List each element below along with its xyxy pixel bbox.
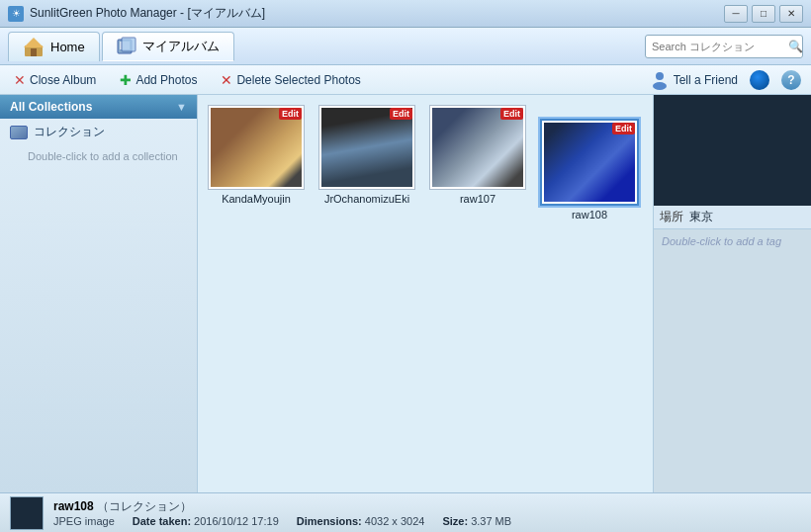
content-area: Edit KandaMyoujin Edit JrOchanomizuEki E… xyxy=(198,95,653,492)
all-collections-label: All Collections xyxy=(10,100,92,114)
sidebar-section-header: All Collections ▼ xyxy=(0,95,197,119)
main-area: All Collections ▼ コレクション Double-click to… xyxy=(0,95,811,492)
titlebar: ☀ SunlitGreen Photo Manager - [マイアルバム] ─… xyxy=(0,0,811,28)
photo-thumb-raw108[interactable]: Edit xyxy=(540,119,639,206)
photo-thumb-kanda[interactable]: Edit xyxy=(208,105,305,190)
app-icon: ☀ xyxy=(8,6,24,22)
photo-item-raw107[interactable]: Edit raw107 xyxy=(429,105,526,221)
collection-icon xyxy=(10,126,28,139)
album-icon xyxy=(117,37,136,56)
status-thumbnail xyxy=(10,496,44,530)
sidebar-item-collection[interactable]: コレクション xyxy=(0,119,197,145)
photo-thumb-jr[interactable]: Edit xyxy=(318,105,415,190)
minimize-button[interactable]: ─ xyxy=(724,5,748,23)
status-filetype: JPEG image xyxy=(53,515,115,527)
tag-row: 場所 東京 xyxy=(654,206,811,229)
maximize-button[interactable]: □ xyxy=(752,5,775,23)
photo-item-jr[interactable]: Edit JrOchanomizuEki xyxy=(318,105,415,221)
svg-marker-1 xyxy=(24,38,44,47)
photo-label-raw107: raw107 xyxy=(460,193,496,205)
tab-home-label: Home xyxy=(50,40,85,54)
sidebar-arrow-icon: ▼ xyxy=(176,101,187,113)
close-button[interactable]: ✕ xyxy=(779,5,803,23)
tab-album-label: マイアルバム xyxy=(142,38,220,55)
status-size: Size: 3.37 MB xyxy=(442,515,511,527)
status-dimensions: Dimensions: 4032 x 3024 xyxy=(297,515,425,527)
delete-photos-label: Delete Selected Photos xyxy=(236,73,360,87)
home-icon xyxy=(23,36,45,57)
globe-button[interactable] xyxy=(750,70,769,90)
delete-photos-button[interactable]: ✕ Delete Selected Photos xyxy=(217,70,364,90)
edit-badge-jr: Edit xyxy=(390,108,412,120)
window-title: SunlitGreen Photo Manager - [マイアルバム] xyxy=(30,5,724,22)
status-info: raw108 （コレクション） JPEG image Date taken: 2… xyxy=(53,498,511,527)
help-button[interactable]: ? xyxy=(781,70,801,90)
status-date: Date taken: 2016/10/12 17:19 xyxy=(133,515,279,527)
toolbar: Home マイアルバム 🔍 xyxy=(0,28,811,65)
add-photos-label: Add Photos xyxy=(135,73,197,87)
window-controls: ─ □ ✕ xyxy=(724,5,803,23)
add-photos-button[interactable]: ✚ Add Photos xyxy=(116,70,201,90)
actionbar: ✕ Close Album ✚ Add Photos ✕ Delete Sele… xyxy=(0,65,811,95)
tell-friend-button[interactable]: Tell a Friend xyxy=(650,70,738,90)
close-icon: ✕ xyxy=(14,72,26,88)
tag-label: 場所 xyxy=(660,209,683,225)
edit-badge-raw108: Edit xyxy=(612,123,635,134)
svg-rect-2 xyxy=(31,48,37,56)
selected-photo-thumb xyxy=(654,95,811,206)
photo-image-raw107 xyxy=(432,108,523,187)
edit-badge-raw107: Edit xyxy=(500,108,523,120)
photo-label-kanda: KandaMyoujin xyxy=(222,193,291,205)
tell-friend-label: Tell a Friend xyxy=(674,73,738,87)
right-actions: Tell a Friend ? xyxy=(650,70,801,90)
person-icon xyxy=(650,70,670,90)
collection-label: コレクション xyxy=(34,124,105,140)
sidebar: All Collections ▼ コレクション Double-click to… xyxy=(0,95,198,492)
close-album-label: Close Album xyxy=(30,73,96,87)
search-box[interactable]: 🔍 xyxy=(645,35,803,58)
svg-rect-5 xyxy=(122,38,135,51)
photo-image-jr xyxy=(321,108,412,187)
photo-image-raw108 xyxy=(544,123,635,202)
photo-image-kanda xyxy=(211,108,302,187)
search-icon[interactable]: 🔍 xyxy=(788,40,803,53)
status-filename: raw108 （コレクション） xyxy=(53,498,511,515)
photo-item-kanda[interactable]: Edit KandaMyoujin xyxy=(208,105,305,221)
photo-label-jr: JrOchanomizuEki xyxy=(324,193,409,205)
statusbar: raw108 （コレクション） JPEG image Date taken: 2… xyxy=(0,492,811,532)
photo-thumb-raw107[interactable]: Edit xyxy=(429,105,526,190)
tab-album[interactable]: マイアルバム xyxy=(102,32,234,61)
delete-icon: ✕ xyxy=(221,72,232,88)
photo-grid: Edit KandaMyoujin Edit JrOchanomizuEki E… xyxy=(198,95,653,492)
status-meta: JPEG image Date taken: 2016/10/12 17:19 … xyxy=(53,515,511,527)
add-icon: ✚ xyxy=(120,72,132,88)
edit-badge-kanda: Edit xyxy=(279,108,302,120)
close-album-button[interactable]: ✕ Close Album xyxy=(10,70,100,90)
svg-point-6 xyxy=(656,72,664,80)
tab-home[interactable]: Home xyxy=(8,32,100,61)
photo-item-raw108[interactable]: Edit raw108 xyxy=(540,119,639,221)
tag-value: 東京 xyxy=(689,209,713,225)
add-tag-hint[interactable]: Double-click to add a tag xyxy=(654,229,811,253)
add-collection-hint[interactable]: Double-click to add a collection xyxy=(0,145,197,167)
search-input[interactable] xyxy=(652,41,788,52)
photo-label-raw108: raw108 xyxy=(572,209,607,221)
svg-point-7 xyxy=(653,82,667,90)
right-panel: 場所 東京 Double-click to add a tag xyxy=(653,95,811,492)
